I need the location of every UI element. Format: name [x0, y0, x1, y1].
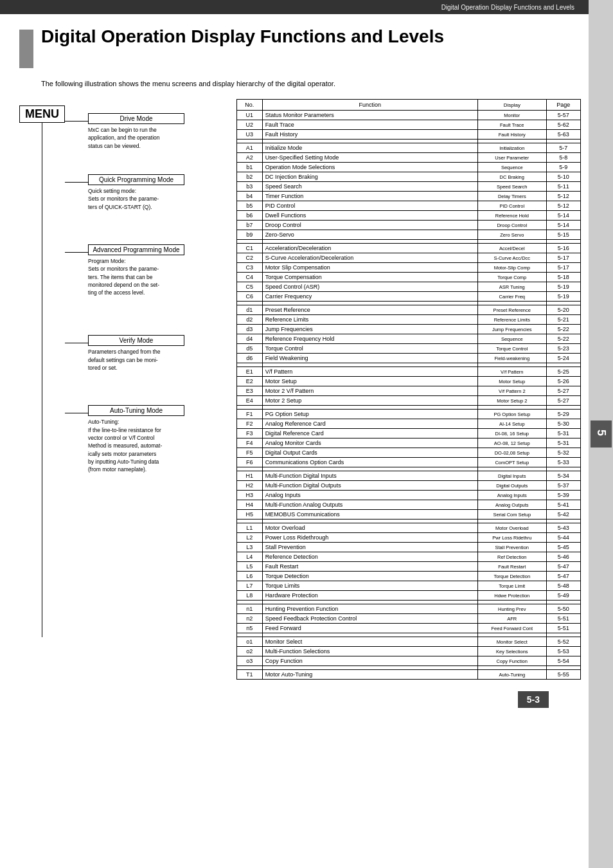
branch-advanced-prog: Advanced Programming Mode Program Mode:S… [88, 244, 184, 297]
cell-function: Timer Function [262, 192, 477, 201]
table-row: b2DC Injection BrakingDC Braking5-10 [237, 172, 581, 182]
cell-page: 5-9 [546, 163, 580, 172]
cell-no: U1 [237, 111, 263, 120]
cell-display: Fault Trace [477, 120, 546, 130]
cell-display: Zero Servo [477, 230, 546, 240]
cell-page: 5-10 [546, 172, 580, 182]
cell-function: Hunting Prevention Function [262, 604, 477, 614]
cell-function: Torque Limits [262, 581, 477, 591]
cell-page: 5-15 [546, 230, 580, 240]
table-row: n5Feed ForwardFeed Forward Cont5-51 [237, 624, 581, 633]
cell-no: n2 [237, 614, 263, 624]
cell-no: E1 [237, 367, 263, 377]
table-row: L2Power Loss RidethroughPwr Loss Ridethr… [237, 533, 581, 543]
table-row: b5PID ControlPID Control5-12 [237, 201, 581, 211]
cell-display: Jump Frequencies [477, 325, 546, 334]
cell-display: Hunting Prev [477, 604, 546, 614]
cell-display: Copy Function [477, 656, 546, 666]
branch-verify: Verify Mode Parameters changed from thed… [88, 335, 184, 372]
cell-no: E4 [237, 396, 263, 406]
cell-display: DC Braking [477, 172, 546, 182]
table-row: L3Stall PreventionStall Prevention5-45 [237, 543, 581, 552]
page-number: 5-3 [518, 691, 549, 708]
table-row: F5Digital Output CardsDO-02,08 Setup5-32 [237, 448, 581, 458]
cell-function: Analog Monitor Cards [262, 439, 477, 448]
cell-no: C1 [237, 244, 263, 253]
cell-function: V/f Pattern [262, 367, 477, 377]
cell-function: Initialize Mode [262, 143, 477, 153]
cell-function: Fault Trace [262, 120, 477, 130]
cell-function: Reference Limits [262, 315, 477, 325]
cell-no: C5 [237, 282, 263, 292]
cell-display: Carrier Freq [477, 292, 546, 302]
cell-function: Analog Reference Card [262, 419, 477, 429]
cell-no: T1 [237, 670, 263, 680]
cell-page: 5-63 [546, 130, 580, 140]
cell-function: Digital Reference Card [262, 429, 477, 439]
advanced-prog-title: Advanced Programming Mode [88, 244, 184, 255]
cell-display: User Parameter [477, 153, 546, 163]
cell-display: V/f Pattern 2 [477, 386, 546, 396]
cell-page: 5-37 [546, 481, 580, 491]
table-row: E1V/f PatternV/f Pattern5-25 [237, 367, 581, 377]
cell-page: 5-41 [546, 500, 580, 510]
cell-no: L2 [237, 533, 263, 543]
table-row: F6Communications Option CardsComOPT Setu… [237, 458, 581, 467]
cell-display: Auto-Tuning [477, 670, 546, 680]
two-col-layout: MENU Drive Mode MxC can be begin to run … [19, 99, 581, 680]
cell-no: H2 [237, 481, 263, 491]
cell-no: L3 [237, 543, 263, 552]
cell-page: 5-14 [546, 211, 580, 221]
cell-display: Accel/Decel [477, 244, 546, 253]
cell-page: 5-26 [546, 377, 580, 386]
cell-no: b4 [237, 192, 263, 201]
cell-page: 5-52 [546, 637, 580, 647]
cell-function: Speed Search [262, 182, 477, 192]
table-row: C5Speed Control (ASR)ASR Tuning5-19 [237, 282, 581, 292]
cell-no: o1 [237, 637, 263, 647]
top-bar-title: Digital Operation Display Functions and … [441, 4, 574, 11]
cell-page: 5-55 [546, 670, 580, 680]
cell-no: H3 [237, 491, 263, 500]
cell-page: 5-12 [546, 192, 580, 201]
cell-no: d6 [237, 354, 263, 363]
menu-label: MENU [19, 105, 65, 123]
cell-function: Motor Slip Compensation [262, 263, 477, 273]
cell-function: Motor 2 Setup [262, 396, 477, 406]
cell-function: Field Weakening [262, 354, 477, 363]
cell-page: 5-51 [546, 624, 580, 633]
drive-mode-desc: MxC can be begin to run theapplication, … [88, 126, 184, 150]
cell-display: Analog Outputs [477, 500, 546, 510]
cell-display: Motor Overload [477, 523, 546, 533]
branch-quick-prog: Quick Programming Mode Quick setting mod… [88, 174, 184, 211]
cell-no: L4 [237, 552, 263, 562]
branch-drive-mode: Drive Mode MxC can be begin to run theap… [88, 113, 184, 150]
cell-no: b3 [237, 182, 263, 192]
cell-display: AO-08, 12 Setup [477, 439, 546, 448]
cell-no: L7 [237, 581, 263, 591]
cell-function: Multi-Function Selections [262, 647, 477, 656]
cell-page: 5-22 [546, 334, 580, 344]
cell-no: H4 [237, 500, 263, 510]
table-row: T1Motor Auto-TuningAuto-Tuning5-55 [237, 670, 581, 680]
top-bar: Digital Operation Display Functions and … [0, 0, 613, 14]
cell-display: Analog Inputs [477, 491, 546, 500]
cell-page: 5-23 [546, 344, 580, 354]
cell-function: DC Injection Braking [262, 172, 477, 182]
table-row: d6Field WeakeningField-weakening5-24 [237, 354, 581, 363]
function-table: No. Function Display Page U1Status Monit… [236, 99, 581, 680]
branch-auto-tuning: Auto-Tuning Mode Auto-Tuning:If the line… [88, 405, 184, 473]
auto-tuning-title: Auto-Tuning Mode [88, 405, 184, 416]
cell-no: L1 [237, 523, 263, 533]
cell-page: 5-45 [546, 543, 580, 552]
cell-no: F2 [237, 419, 263, 429]
cell-no: C6 [237, 292, 263, 302]
cell-no: d2 [237, 315, 263, 325]
col-header-page: Page [546, 100, 580, 111]
auto-tuning-desc: Auto-Tuning:If the line-to-line resistan… [88, 418, 184, 473]
table-row: L1Motor OverloadMotor Overload5-43 [237, 523, 581, 533]
table-row: b9Zero-ServoZero Servo5-15 [237, 230, 581, 240]
cell-page: 5-18 [546, 273, 580, 282]
table-row: b7Droop ControlDroop Control5-14 [237, 221, 581, 230]
cell-display: Preset Reference [477, 305, 546, 315]
